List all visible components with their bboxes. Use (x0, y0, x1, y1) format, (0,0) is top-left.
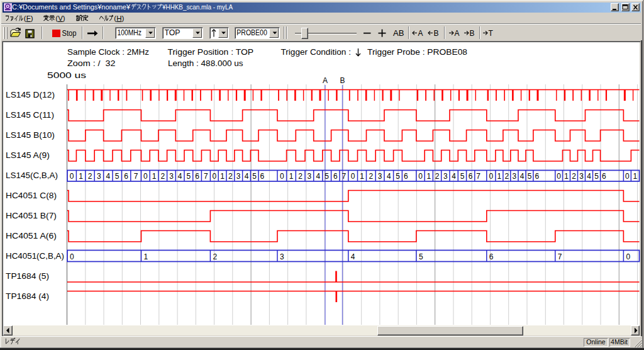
svg-text:7: 7 (204, 172, 208, 181)
svg-text:Trigger Condition :: Trigger Condition : (281, 48, 352, 57)
svg-text:0: 0 (489, 172, 493, 181)
svg-text:0: 0 (280, 172, 284, 181)
svg-text:6: 6 (195, 172, 199, 181)
svg-text:LS145(C,B,A): LS145(C,B,A) (6, 171, 58, 180)
svg-text:6: 6 (404, 172, 408, 181)
svg-text:1: 1 (220, 172, 225, 181)
svg-text:2: 2 (228, 172, 233, 181)
svg-text:4: 4 (351, 252, 355, 261)
svg-text:LS145 D(12): LS145 D(12) (6, 90, 55, 99)
svg-text:5000 us: 5000 us (47, 71, 87, 80)
svg-text:T: T (489, 29, 494, 38)
svg-text:B: B (434, 29, 439, 38)
svg-text:6: 6 (260, 172, 265, 181)
svg-text:6: 6 (489, 252, 494, 261)
svg-text:0: 0 (143, 172, 148, 181)
svg-text:6: 6 (469, 172, 473, 181)
svg-text:(F): (F) (24, 14, 33, 22)
svg-text:TP1684 (4): TP1684 (4) (6, 291, 49, 301)
svg-text:AB: AB (393, 28, 404, 38)
svg-text:6: 6 (333, 172, 338, 181)
svg-text:4: 4 (106, 172, 110, 181)
svg-text:0: 0 (70, 172, 74, 181)
svg-text:5: 5 (187, 172, 191, 181)
svg-text:B: B (470, 29, 475, 38)
svg-text:HC4051 B(7): HC4051 B(7) (6, 211, 57, 220)
svg-text:Zoom : / 32: Zoom : / 32 (67, 59, 116, 68)
svg-text:2: 2 (504, 172, 509, 181)
svg-text:HC4051 C(8): HC4051 C(8) (6, 191, 57, 200)
svg-text:7: 7 (558, 252, 562, 261)
svg-text:3: 3 (169, 172, 174, 181)
svg-text:3: 3 (443, 172, 448, 181)
svg-text:4: 4 (245, 172, 249, 181)
svg-text:1: 1 (497, 172, 502, 181)
svg-text:5: 5 (419, 252, 423, 261)
svg-text:LS145 C(11): LS145 C(11) (6, 110, 54, 120)
svg-text:0: 0 (625, 172, 630, 181)
svg-text:Stop: Stop (62, 29, 77, 38)
svg-text:1: 1 (360, 172, 364, 181)
svg-text:7: 7 (476, 172, 480, 181)
svg-text:3: 3 (513, 172, 517, 181)
svg-text:1: 1 (152, 172, 157, 181)
svg-text:C:¥Documents and Settings¥nona: C:¥Documents and Settings¥noname¥ (12, 3, 131, 11)
svg-text:4: 4 (520, 172, 525, 181)
svg-text:5: 5 (396, 172, 400, 181)
svg-text:Trigger Position : TOP: Trigger Position : TOP (168, 48, 254, 57)
svg-text:HC4051(C,B,A): HC4051(C,B,A) (6, 251, 64, 261)
svg-text:1: 1 (144, 252, 148, 261)
svg-text:1: 1 (564, 172, 569, 181)
svg-text:TP1684 (5): TP1684 (5) (6, 271, 49, 281)
svg-text:(V): (V) (55, 14, 65, 22)
svg-text:5: 5 (115, 172, 119, 181)
svg-text:4: 4 (316, 172, 320, 181)
svg-text:B: B (340, 76, 345, 85)
svg-text:0: 0 (418, 172, 423, 181)
svg-text:TOP: TOP (165, 28, 180, 37)
svg-text:0: 0 (351, 172, 355, 181)
svg-text:0: 0 (70, 252, 74, 261)
svg-text:3: 3 (378, 172, 382, 181)
svg-text:4: 4 (587, 172, 591, 181)
svg-text:Trigger Probe : PROBE08: Trigger Probe : PROBE08 (367, 48, 467, 57)
svg-text:1: 1 (633, 172, 638, 181)
svg-text:A: A (323, 76, 328, 85)
svg-text:4MBit: 4MBit (611, 338, 628, 346)
svg-text:2: 2 (572, 172, 576, 181)
svg-text:A: A (455, 29, 460, 38)
svg-text:6: 6 (535, 172, 539, 181)
svg-text:6: 6 (602, 172, 606, 181)
svg-text:4: 4 (178, 172, 182, 181)
svg-text:LS145 B(10): LS145 B(10) (6, 130, 55, 140)
svg-text:1: 1 (426, 172, 431, 181)
svg-text:100MHz: 100MHz (118, 28, 142, 37)
svg-text:2: 2 (160, 172, 165, 181)
svg-text:A: A (418, 29, 423, 38)
svg-text:5: 5 (594, 172, 599, 181)
svg-text:3: 3 (97, 172, 101, 181)
svg-text:1: 1 (289, 172, 294, 181)
svg-text:(H): (H) (114, 14, 124, 22)
svg-text:5: 5 (460, 172, 465, 181)
svg-text:2: 2 (298, 172, 303, 181)
svg-text:Online: Online (586, 338, 606, 346)
svg-text:1: 1 (79, 172, 83, 181)
svg-text:PROBE00: PROBE00 (236, 28, 267, 37)
svg-text:5: 5 (252, 172, 257, 181)
svg-text:0: 0 (212, 172, 216, 181)
svg-text:3: 3 (236, 172, 241, 181)
svg-text:4: 4 (452, 172, 456, 181)
svg-text:4: 4 (387, 172, 391, 181)
svg-text:¥HHKB_scan.mla - myLA: ¥HHKB_scan.mla - myLA (162, 3, 233, 11)
svg-text:0: 0 (557, 172, 561, 181)
svg-text:2: 2 (369, 172, 374, 181)
svg-text:3: 3 (280, 252, 284, 261)
svg-text:3: 3 (579, 172, 584, 181)
svg-text:6: 6 (124, 172, 128, 181)
svg-text:2: 2 (213, 252, 217, 261)
svg-text:Sample Clock : 2MHz: Sample Clock : 2MHz (67, 48, 149, 57)
svg-text:2: 2 (88, 172, 92, 181)
svg-text:7: 7 (342, 172, 347, 181)
svg-text:LS145 A(9): LS145 A(9) (6, 150, 50, 160)
